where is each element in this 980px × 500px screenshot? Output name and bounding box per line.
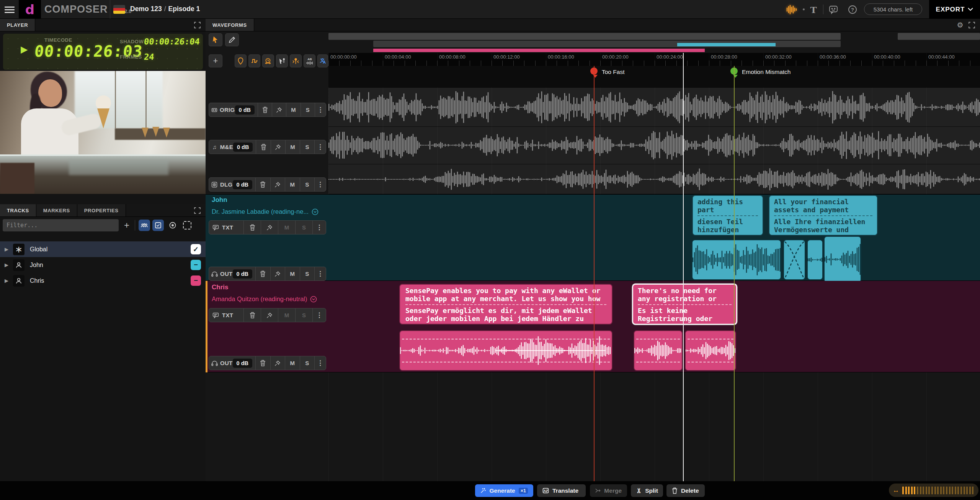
solo-button[interactable]: S (301, 103, 315, 116)
breadcrumb-episode[interactable]: Episode 1 (168, 5, 200, 13)
gain-line[interactable] (495, 350, 606, 351)
track-menu-button[interactable]: ⋮ (314, 140, 326, 154)
pin-track-button[interactable] (261, 221, 278, 234)
play-button[interactable]: ▶ (21, 44, 28, 55)
audio-activity-icon[interactable] (786, 3, 799, 16)
help-icon[interactable]: ? (846, 3, 859, 16)
edit-tool-button[interactable] (225, 33, 239, 46)
solo-button[interactable]: S (300, 178, 315, 191)
text-segment[interactable]: adding this part diesen Teil hinzufügen (692, 195, 763, 236)
speakers-view-button[interactable] (139, 220, 150, 231)
delete-track-button[interactable] (258, 103, 272, 116)
delete-track-button[interactable] (255, 178, 270, 191)
audio-segment[interactable] (685, 330, 736, 371)
video-preview[interactable] (0, 71, 206, 194)
track-menu-button[interactable]: ⋮ (314, 178, 326, 191)
delete-track-button[interactable] (243, 221, 261, 234)
john-checkbox[interactable]: − (191, 260, 201, 270)
timeline-scrollbar-fragment[interactable] (898, 33, 980, 40)
tab-markers[interactable]: MARKERS (36, 204, 77, 216)
expand-tracks-icon[interactable] (193, 206, 202, 215)
pin-track-button[interactable] (261, 308, 278, 322)
generate-button[interactable]: Generate ×1 (475, 484, 533, 497)
caret-icon[interactable]: ▶ (0, 262, 13, 268)
multiselect-button[interactable] (152, 220, 164, 231)
audio-segment[interactable] (634, 330, 683, 371)
solo-button[interactable]: S (300, 267, 315, 280)
translate-button[interactable]: A Translate (537, 484, 586, 497)
mute-button[interactable]: M (285, 178, 300, 191)
gain-envelope-line[interactable] (636, 339, 680, 339)
pin-track-button[interactable] (270, 267, 285, 280)
track-menu-button[interactable]: ⋮ (315, 103, 326, 116)
gain-envelope-line[interactable] (688, 339, 733, 339)
delete-button[interactable]: Delete (666, 484, 705, 497)
tab-waveforms[interactable]: WAVEFORMS (206, 19, 254, 31)
marker-pin-button[interactable] (235, 54, 247, 67)
add-marker-button[interactable]: + (209, 54, 222, 67)
gain-envelope-line[interactable] (688, 362, 733, 362)
breadcrumb[interactable]: Demo 123/Episode 1 (130, 5, 200, 13)
audio-segment[interactable] (824, 236, 861, 283)
mute-button[interactable]: M (286, 103, 300, 116)
marker-label[interactable]: Emotion Mismatch (742, 69, 791, 75)
translate-mode-button[interactable] (317, 54, 328, 67)
global-checkbox[interactable]: ✓ (191, 244, 201, 254)
tab-properties[interactable]: PROPERTIES (77, 204, 126, 216)
mute-button[interactable]: M (285, 140, 300, 154)
voice-selector[interactable]: Amanda Quitzon (reading-neutral) (212, 295, 327, 303)
voice-selector[interactable]: Dr. Jasmine Labadie (reading-ne... (212, 208, 327, 215)
track-menu-button[interactable]: ⋮ (312, 221, 326, 234)
track-row-chris[interactable]: ▶ Chris − (0, 273, 206, 289)
text-segment[interactable]: All your financial assets and payment Al… (769, 195, 878, 236)
mute-button[interactable]: M (285, 356, 300, 370)
filter-input[interactable] (3, 219, 119, 231)
expand-waveforms-icon[interactable] (967, 20, 976, 30)
solo-button[interactable]: S (300, 356, 315, 370)
hamburger-menu-icon[interactable] (5, 5, 15, 15)
track-menu-button[interactable]: ⋮ (312, 308, 326, 322)
zoom-slider[interactable]: ↔ (889, 484, 978, 497)
audio-segment[interactable] (807, 239, 823, 280)
caret-icon[interactable]: ▶ (0, 246, 13, 252)
breadcrumb-project[interactable]: Demo 123 (130, 5, 162, 13)
gain-value[interactable]: 0 dB (233, 269, 252, 279)
playhead[interactable] (683, 53, 684, 481)
snap-pin-button[interactable] (290, 54, 302, 67)
cursor-pin-button[interactable] (276, 54, 288, 67)
track-row-global[interactable]: ▶ ∗ Global ✓ (0, 241, 206, 257)
feedback-chat-icon[interactable] (827, 3, 840, 16)
track-menu-button[interactable]: ⋮ (314, 356, 326, 370)
timeline-scrollbar-thumb[interactable] (328, 33, 841, 40)
mute-button[interactable]: M (285, 267, 300, 280)
gain-envelope-line[interactable] (636, 362, 680, 362)
audio-segment[interactable] (399, 330, 612, 371)
track-menu-button[interactable]: ⋮ (314, 267, 326, 280)
expand-player-icon[interactable] (193, 20, 202, 30)
marker-label[interactable]: Too Fast (602, 69, 624, 75)
square-wave-button[interactable] (248, 54, 260, 67)
delete-track-button[interactable] (243, 308, 261, 322)
track-row-john[interactable]: ▶ John − (0, 257, 206, 273)
delete-track-button[interactable] (255, 356, 270, 370)
gain-value[interactable]: 0 dB (233, 359, 252, 368)
gain-value[interactable]: 0 dB (233, 143, 253, 152)
delete-track-button[interactable] (256, 140, 270, 154)
pin-track-button[interactable] (270, 356, 285, 370)
tab-player[interactable]: PLAYER (0, 19, 35, 31)
text-segment[interactable]: SensePay enables you to pay with any eWa… (399, 284, 612, 325)
retime-button[interactable] (262, 54, 274, 67)
german-flag-icon[interactable] (113, 5, 125, 14)
gain-envelope-line[interactable] (402, 362, 610, 362)
gain-value[interactable]: 0 dB (235, 105, 255, 115)
split-button[interactable]: ✂ Split (631, 484, 663, 497)
selection-mode-button[interactable] (181, 220, 193, 231)
audio-segment[interactable] (692, 239, 781, 280)
text-tool-icon[interactable]: T (807, 3, 820, 16)
ab-compare-button[interactable]: AB (304, 54, 315, 67)
solo-select-button[interactable] (167, 220, 178, 231)
text-segment-selected[interactable]: There's no need for any registration or … (632, 284, 737, 325)
select-tool-button[interactable] (209, 33, 222, 46)
gain-envelope-line[interactable] (402, 339, 610, 339)
chris-checkbox[interactable]: − (191, 275, 201, 286)
